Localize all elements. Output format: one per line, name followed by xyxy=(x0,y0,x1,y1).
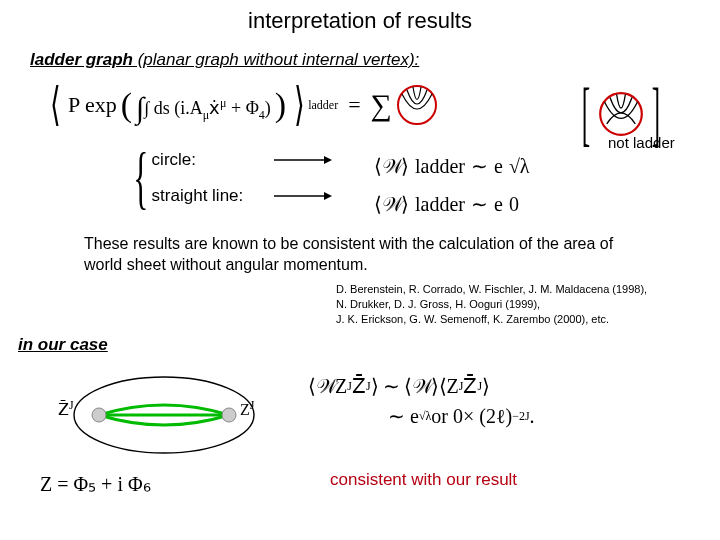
oc-exp2J: −2J xyxy=(512,409,529,424)
section-ourcase-heading: in our case xyxy=(18,335,108,355)
wilson-straight: ⟨𝒲⟩ladder ∼ e0 xyxy=(374,192,519,216)
section-ladder-bold: ladder graph xyxy=(30,50,133,69)
zbarJ-label: Z̄J xyxy=(58,398,74,419)
oc-sqrt: √λ xyxy=(419,409,431,424)
sim1: ∼ xyxy=(471,154,488,178)
case-straight-label: straight line: xyxy=(152,186,256,206)
langle-icon: ⟨ xyxy=(50,82,61,128)
formula-pexp: P exp xyxy=(68,92,117,118)
oc-r2: ⟩ xyxy=(482,374,490,398)
oc-zbar2: Z̄ xyxy=(463,374,477,398)
w-sub2: ladder xyxy=(415,193,465,216)
rparen1: ) xyxy=(275,86,286,124)
cases-block: { circle: straight line: xyxy=(124,150,332,206)
case-circle-label: circle: xyxy=(152,150,256,170)
formula-integral: ∫∫ ds (i.Aμẋμ + Φ4) xyxy=(136,87,271,123)
exp-sqrt: √λ xyxy=(509,155,530,178)
ladder-disk-diagram xyxy=(396,84,438,126)
svg-point-8 xyxy=(222,408,236,422)
section-ladder-heading: ladder graph (planar graph without inter… xyxy=(30,50,419,70)
exp-zero: 0 xyxy=(509,193,519,216)
case-row-circle: circle: xyxy=(152,150,332,170)
svg-marker-5 xyxy=(324,192,332,200)
consistent-result: consistent with our result xyxy=(330,470,517,490)
ourcase-diagram: Z̄J ZJ xyxy=(54,370,274,450)
oc-or0: or 0 xyxy=(431,405,463,428)
lbracket-icon: [ xyxy=(582,85,590,143)
zbar-exp: J xyxy=(69,398,74,412)
main-formula: ⟨ P exp ( ∫∫ ds (i.Aμẋμ + Φ4) ) ⟩ ladder… xyxy=(46,82,438,128)
results-paragraph: These results are known to be consistent… xyxy=(84,234,644,276)
svg-point-0 xyxy=(398,86,436,124)
arrow-icon xyxy=(274,190,332,202)
oc-pre2: ∼ e xyxy=(388,404,419,428)
formula-sub-ladder: ladder xyxy=(308,98,338,113)
rparen-inner: ) xyxy=(265,98,271,118)
lparen1: ( xyxy=(121,86,132,124)
case-rows: circle: straight line: xyxy=(152,150,332,206)
ourcase-formula: ⟨𝒲ZJ Z̄J⟩ ∼ ⟨𝒲⟩⟨ZJ Z̄J⟩ ∼ e√λ or 0 × (2ℓ… xyxy=(308,374,698,434)
zJ-label: ZJ xyxy=(240,398,254,419)
z-exp: J xyxy=(250,398,255,412)
sigma-icon: ∑ xyxy=(371,88,392,122)
e2: e xyxy=(494,193,503,216)
z-definition: Z = Φ₅ + i Φ₆ xyxy=(40,472,151,496)
e1: e xyxy=(494,155,503,178)
w-sub1: ladder xyxy=(415,155,465,178)
w-sym2: ⟨𝒲⟩ xyxy=(374,192,409,216)
equals: = xyxy=(348,92,360,118)
rangle-icon: ⟩ xyxy=(294,82,305,128)
oc-times: × (2ℓ) xyxy=(463,405,512,428)
ourcase-line1: ⟨𝒲ZJ Z̄J⟩ ∼ ⟨𝒲⟩⟨ZJ Z̄J⟩ xyxy=(308,374,698,398)
citations: D. Berenstein, R. Corrado, W. Fischler, … xyxy=(336,282,647,327)
int-body: ∫ ds (i.A xyxy=(144,98,202,118)
z-text: Z xyxy=(240,401,250,418)
oc-rhs1: ⟨𝒲⟩⟨Z xyxy=(404,374,459,398)
section-ladder-rest: (planar graph without internal vertex): xyxy=(133,50,419,69)
oc-r1: ⟩ xyxy=(371,374,379,398)
xdot: ẋ xyxy=(209,98,220,118)
wilson-circle: ⟨𝒲⟩ladder ∼ e√λ xyxy=(374,154,530,178)
oc-sim1: ∼ xyxy=(383,374,400,398)
not-ladder-disk-diagram xyxy=(598,91,644,137)
lbrace-icon: { xyxy=(133,150,148,206)
citation-line: D. Berenstein, R. Corrado, W. Fischler, … xyxy=(336,282,647,297)
svg-marker-3 xyxy=(324,156,332,164)
svg-point-1 xyxy=(600,93,642,135)
oc-lhs1: ⟨𝒲Z xyxy=(308,374,347,398)
not-ladder-label: not ladder xyxy=(608,134,675,151)
sim2: ∼ xyxy=(471,192,488,216)
slide-title: interpretation of results xyxy=(0,0,720,34)
citation-line: N. Drukker, D. J. Gross, H. Ooguri (1999… xyxy=(336,297,647,312)
zbar-text: Z̄ xyxy=(58,401,69,418)
citation-line: J. K. Erickson, G. W. Semenoff, K. Zarem… xyxy=(336,312,647,327)
oc-zbar1: Z̄ xyxy=(352,374,366,398)
ourcase-line2: ∼ e√λ or 0 × (2ℓ)−2J. xyxy=(308,404,698,428)
w-sym1: ⟨𝒲⟩ xyxy=(374,154,409,178)
plus-phi: + Φ xyxy=(227,98,259,118)
arrow-icon xyxy=(274,154,332,166)
case-row-straight: straight line: xyxy=(152,186,332,206)
svg-point-7 xyxy=(92,408,106,422)
